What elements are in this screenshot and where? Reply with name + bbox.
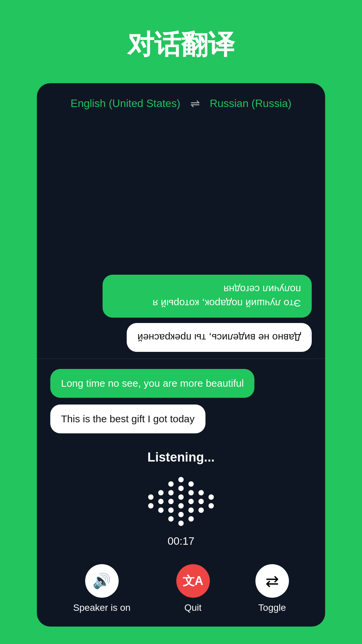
dot [158, 490, 164, 495]
app-title: 对话翻译 [127, 27, 235, 63]
lower-bubble-green-text: Long time no see, you are more beautiful [61, 378, 244, 389]
waveform-visualizer [148, 475, 214, 528]
wave-col-1 [148, 494, 154, 508]
dot [158, 499, 164, 504]
toggle-button[interactable]: ⇄ Toggle [255, 564, 289, 613]
speaker-button[interactable]: 🔊 Speaker is on [73, 564, 130, 613]
upper-bubble-white: Давно не виделись, ты прекрасней [127, 323, 312, 352]
wave-col-2 [158, 490, 164, 513]
dot [158, 507, 164, 513]
dot [168, 499, 174, 504]
dot [148, 503, 154, 508]
dot [208, 494, 214, 500]
dot [148, 494, 154, 500]
dot [178, 503, 184, 508]
quit-icon: 文A [183, 573, 203, 589]
toggle-label: Toggle [258, 602, 286, 613]
main-card: English (United States) ⇌ Russian (Russi… [37, 83, 325, 627]
upper-chat-area: Это лучший подарок, который я получил се… [37, 120, 325, 359]
dot [168, 481, 174, 487]
dot [168, 507, 174, 513]
upper-bubble-white-text: Давно не виделись, ты прекрасней [137, 330, 301, 344]
speaker-icon: 🔊 [93, 572, 111, 590]
quit-label: Quit [184, 602, 201, 613]
wave-col-3 [168, 481, 174, 522]
lower-bubble-white-text: This is the best gift I got today [61, 413, 195, 424]
upper-bubble-green: Это лучший подарок, который я получил се… [103, 275, 312, 318]
dot [188, 507, 194, 513]
wave-col-7 [208, 494, 214, 508]
dot [178, 477, 184, 482]
lower-bubble-row-1: Long time no see, you are more beautiful [50, 369, 312, 398]
wave-col-6 [198, 490, 204, 513]
listening-label: Listening... [147, 450, 215, 465]
dot [188, 499, 194, 504]
lower-bubble-row-2: This is the best gift I got today [50, 405, 312, 433]
target-language[interactable]: Russian (Russia) [210, 97, 292, 110]
toggle-icon-circle: ⇄ [255, 564, 289, 598]
speaker-label: Speaker is on [73, 602, 130, 613]
listening-section: Listening... [37, 443, 325, 557]
dot [178, 521, 184, 526]
dot [188, 516, 194, 522]
language-header: English (United States) ⇌ Russian (Russi… [37, 83, 325, 120]
dot [198, 507, 204, 513]
upper-bubble-row-1: Это лучший подарок, который я получил се… [50, 275, 312, 318]
dot [178, 494, 184, 500]
dot [198, 499, 204, 504]
wave-col-5 [188, 481, 194, 522]
dot [198, 490, 204, 495]
upper-bubble-green-text: Это лучший подарок, который я получил се… [113, 282, 301, 310]
dot [208, 503, 214, 508]
lower-chat-area: Long time no see, you are more beautiful… [37, 359, 325, 443]
dot [168, 516, 174, 522]
recording-timer: 00:17 [168, 535, 194, 547]
upper-bubble-row-2: Давно не виделись, ты прекрасней [50, 323, 312, 352]
wave-col-4 [178, 477, 184, 526]
source-language[interactable]: English (United States) [71, 97, 180, 110]
toggle-icon: ⇄ [265, 572, 279, 590]
speaker-icon-circle: 🔊 [85, 564, 119, 598]
quit-icon-circle: 文A [176, 564, 210, 598]
dot [178, 512, 184, 517]
lower-bubble-green: Long time no see, you are more beautiful [50, 369, 254, 398]
lower-bubble-white: This is the best gift I got today [50, 405, 205, 433]
swap-languages-icon[interactable]: ⇌ [190, 97, 200, 110]
dot [178, 486, 184, 491]
quit-button[interactable]: 文A Quit [176, 564, 210, 613]
dot [188, 490, 194, 495]
dot [168, 490, 174, 495]
dot [188, 481, 194, 487]
bottom-controls: 🔊 Speaker is on 文A Quit ⇄ Toggle [37, 557, 325, 627]
